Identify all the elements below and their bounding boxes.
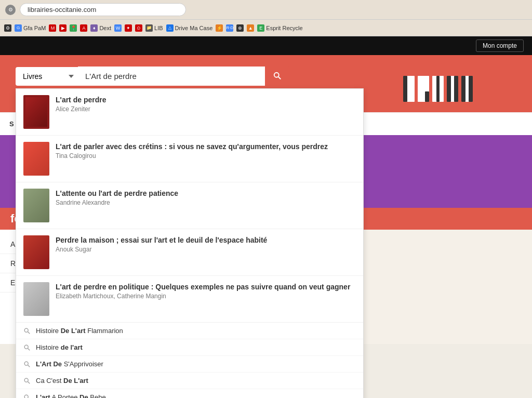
book-info-1: L'art de perdre Alice Zeniter [56,95,356,113]
bookmark-gfa[interactable]: G Gfa PaM [15,24,46,32]
bookmark-x[interactable]: ✦ [125,24,132,32]
bookmark-drive-label: Drive Ma Case [175,25,213,31]
site-header: Livres L'art de perdre [0,55,532,112]
search-button[interactable] [265,65,289,87]
suggestion-text-3: L'Art De S'Apprivoiser [36,360,103,368]
maps-icon: 📍 [70,24,77,32]
bookmark-dext[interactable]: ♦ Dext [90,24,111,32]
book-thumb-5 [23,282,49,316]
bookmark-youtube[interactable]: ▶ [59,24,66,32]
w-icon: W [114,24,122,32]
search-container: Livres L'art de perdre [16,65,289,87]
suggestion-search-icon-3 [23,361,31,368]
svg-line-7 [28,381,30,383]
bookmark-lib-label: LIB [154,25,163,31]
bookmark-triangle[interactable]: ▲ [247,24,254,32]
search-input[interactable] [78,67,265,86]
book-thumb-4 [23,235,49,269]
search-row: Livres [16,65,289,87]
autocomplete-book-3[interactable]: L'attente ou l'art de perdre patience Sa… [16,182,363,229]
book-info-5: L'art de perdre en politique : Quelques … [56,282,356,300]
svg-line-3 [28,348,30,350]
bookmark-w[interactable]: W [114,24,122,32]
book-info-4: Perdre la maison ; essai sur l'art et le… [56,235,356,253]
bookmark-circle[interactable]: ⊙ [135,24,142,32]
book-author-1: Alice Zeniter [56,105,356,113]
triangle-icon: ▲ [247,24,254,32]
account-button[interactable]: Mon compte [476,39,524,52]
suggestion-text-2: Histoire de l'art [36,343,83,351]
svg-rect-13 [425,91,429,102]
logo-svg [402,71,506,107]
suggestion-1[interactable]: Histoire De L'art Flammarion [16,323,363,339]
av-icon: A [80,24,87,32]
lightning-icon: ⚡ [216,24,223,32]
bookmark-rd[interactable]: R·D [226,24,233,32]
book-title-5: L'art de perdre en politique : Quelques … [56,282,356,291]
bookmark-maps[interactable]: 📍 [70,24,77,32]
autocomplete-book-4[interactable]: Perdre la maison ; essai sur l'art et le… [16,229,363,276]
suggestion-search-icon-5 [23,394,31,399]
bookmark-esprit[interactable]: E Esprit Recycle [257,24,302,32]
book-author-2: Tina Calogirou [56,152,356,160]
autocomplete-book-1[interactable]: L'art de perdre Alice Zeniter [16,89,363,136]
svg-rect-20 [461,76,466,102]
svg-point-6 [24,378,28,382]
drive-icon: △ [166,24,174,32]
bookmark-circle2[interactable]: ⊗ [236,24,244,32]
svg-point-4 [24,362,28,365]
bookmark-av[interactable]: A [80,24,87,32]
svg-line-5 [28,365,30,367]
bookmark-gfa-label: Gfa PaM [23,25,46,31]
youtube-icon: ▶ [59,24,66,32]
gfa-icon: G [15,24,22,32]
book-thumb-1 [23,95,49,129]
book-info-2: L'art de parler avec des crétins : si vo… [56,142,356,160]
suggestion-4[interactable]: Ca C'est De L'art [16,373,363,389]
bookmark-drive[interactable]: △ Drive Ma Case [166,24,213,32]
bookmarks-bar: ⚙ G Gfa PaM M ▶ 📍 A ♦ Dext W ✦ ⊙ 📁 LIB △… [0,20,532,36]
suggestion-5[interactable]: L'art A Portee De Bebe [16,389,363,398]
autocomplete-book-2[interactable]: L'art de parler avec des crétins : si vo… [16,136,363,182]
svg-rect-15 [436,76,440,102]
main-content: Livres L'art de perdre [0,55,532,398]
autocomplete-dropdown: L'art de perdre Alice Zeniter L'art de p… [16,88,364,398]
suggestion-search-icon-2 [23,344,31,351]
category-select[interactable]: Livres [16,67,78,86]
book-title-3: L'attente ou l'art de perdre patience [56,189,356,198]
svg-rect-21 [469,76,473,102]
gmail-icon: M [49,24,56,32]
circle2-icon: ⊗ [236,24,244,32]
search-icon [272,71,282,80]
alido-logo [392,65,516,112]
browser-icon: ⚙ [5,5,16,15]
book-author-3: Sandrine Alexandre [56,199,356,206]
suggestion-text-5: L'art A Portee De Bebe [36,393,106,398]
bookmark-lightning[interactable]: ⚡ [216,24,223,32]
autocomplete-book-5[interactable]: L'art de perdre en politique : Quelques … [16,276,363,323]
svg-rect-11 [403,76,407,102]
dext-icon: ♦ [90,24,98,32]
logo-area [392,65,516,112]
bookmark-dext-label: Dext [99,25,111,31]
book-title-2: L'art de parler avec des crétins : si vo… [56,142,356,151]
svg-point-2 [24,345,28,349]
suggestion-search-icon-4 [23,377,31,384]
suggestion-3[interactable]: L'Art De S'Apprivoiser [16,356,363,373]
settings-icon: ⚙ [4,24,11,32]
address-bar[interactable]: librairies-occitanie.com [20,3,186,16]
rd-icon: R·D [226,24,233,32]
esprit-icon: E [257,24,264,32]
svg-rect-17 [447,76,451,102]
bookmark-settings[interactable]: ⚙ [4,24,11,32]
x-icon: ✦ [125,24,132,32]
svg-point-0 [24,328,28,332]
suggestion-text-4: Ca C'est De L'art [36,377,88,384]
bookmark-lib[interactable]: 📁 LIB [145,24,163,32]
suggestion-2[interactable]: Histoire de l'art [16,339,363,356]
bookmark-gmail[interactable]: M [49,24,56,32]
book-author-5: Elizabeth Martichoux, Catherine Mangin [56,293,356,300]
bookmark-esprit-label: Esprit Recycle [266,25,302,31]
page-layout: Mon compte Livres [0,36,532,398]
browser-chrome: ⚙ librairies-occitanie.com [0,0,532,20]
